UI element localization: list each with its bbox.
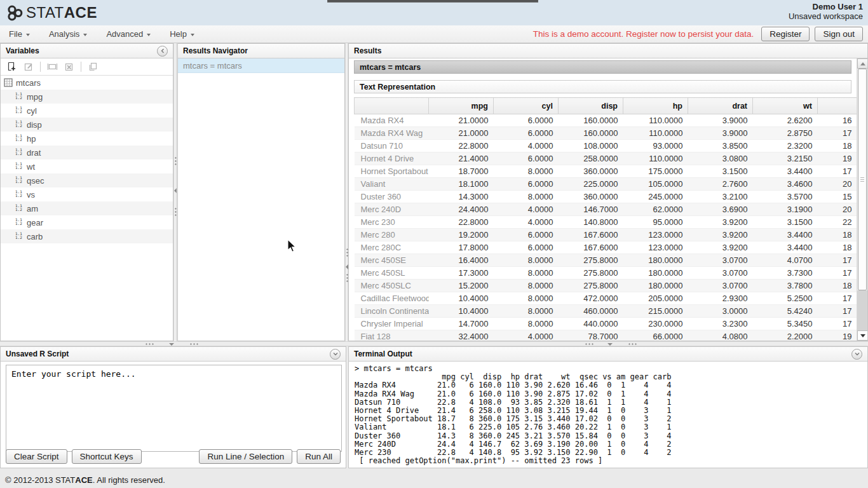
scrollbar-thumb[interactable] — [858, 69, 867, 290]
collapse-panel-button[interactable] — [330, 349, 341, 360]
results-panel: Results mtcars = mtcars Text Representat… — [348, 43, 868, 341]
scroll-up-button[interactable] — [857, 58, 867, 69]
table-row[interactable]: Cadillac Fleetwood 10.4000 8.0000 472.00… — [355, 292, 857, 305]
vertical-splitter[interactable] — [173, 43, 177, 341]
table-row[interactable]: Fiat 128 32.4000 4.0000 78.7000 66.0000 … — [355, 330, 857, 341]
table-row[interactable]: Merc 230 22.8000 4.0000 140.8000 95.0000… — [355, 216, 857, 229]
table-row[interactable]: Mazda RX4 Wag 21.0000 6.0000 160.0000 11… — [355, 127, 857, 140]
wt-cell: 3.1900 — [753, 203, 818, 216]
table-row[interactable]: Hornet 4 Drive 21.4000 6.0000 258.0000 1… — [355, 152, 857, 165]
wt-cell: 2.6200 — [753, 114, 818, 127]
splitter-collapse-arrow-icon[interactable] — [169, 343, 174, 346]
table-row[interactable]: Mazda RX4 21.0000 6.0000 160.0000 110.00… — [355, 114, 857, 127]
dataset-item-mtcars[interactable]: mtcars — [1, 76, 173, 90]
disp-cell: 275.8000 — [559, 254, 623, 267]
table-row[interactable]: Lincoln Continental 10.4000 8.0000 460.0… — [355, 305, 857, 318]
variable-item[interactable]: carb — [1, 229, 173, 243]
table-row[interactable]: Merc 240D 24.4000 4.0000 146.7000 62.000… — [355, 203, 857, 216]
column-header-wt[interactable]: wt — [753, 98, 818, 114]
table-row[interactable]: Duster 360 14.3000 8.0000 360.0000 245.0… — [355, 191, 857, 203]
splitter-collapse-arrow-icon[interactable] — [174, 188, 177, 193]
collapse-panel-button[interactable] — [157, 46, 168, 57]
edit-variable-button[interactable] — [23, 61, 34, 72]
row-name-cell: Merc 450SE — [355, 254, 429, 267]
drat-cell: 3.9200 — [688, 241, 753, 254]
main-menu: File Analysis Advanced Help — [0, 29, 194, 39]
results-navigator-item-selected[interactable]: mtcars = mtcars — [178, 58, 344, 73]
column-header-cyl[interactable]: cyl — [494, 98, 559, 114]
copy-variable-button[interactable] — [87, 61, 98, 72]
variable-item[interactable]: wt — [1, 159, 173, 173]
numeric-variable-icon — [15, 176, 24, 185]
disp-cell: 167.6000 — [559, 229, 623, 241]
variable-item[interactable]: gear — [1, 215, 173, 229]
register-button[interactable]: Register — [761, 27, 810, 41]
hp-cell: 93.0000 — [623, 140, 688, 152]
clear-script-button[interactable]: Clear Script — [6, 449, 67, 464]
scroll-down-button[interactable] — [857, 330, 867, 341]
column-header-disp[interactable]: disp — [559, 98, 623, 114]
terminal-output-body[interactable]: > mtcars = mtcars mpg cyl disp hp drat w… — [349, 362, 867, 468]
variable-item[interactable]: drat — [1, 146, 173, 159]
menu-item[interactable]: Advanced — [106, 29, 151, 39]
table-row[interactable]: Merc 280 19.2000 6.0000 167.6000 123.000… — [355, 229, 857, 241]
signout-button[interactable]: Sign out — [815, 27, 863, 41]
variable-item[interactable]: mpg — [1, 90, 173, 104]
collapse-panel-button[interactable] — [851, 349, 862, 360]
variable-item[interactable]: hp — [1, 132, 173, 146]
splitter-collapse-arrow-icon[interactable] — [607, 343, 613, 346]
variable-item[interactable]: am — [1, 201, 173, 215]
table-row[interactable]: Merc 450SL 17.3000 8.0000 275.8000 180.0… — [355, 267, 857, 280]
horizontal-splitter[interactable] — [0, 341, 868, 346]
table-row[interactable]: Hornet Sportabout 18.7000 8.0000 360.000… — [355, 165, 857, 178]
rename-variable-button[interactable] — [46, 61, 58, 72]
results-vertical-scrollbar[interactable] — [857, 58, 867, 341]
drat-cell: 3.9200 — [688, 229, 753, 241]
table-row[interactable]: Merc 450SE 16.4000 8.0000 275.8000 180.0… — [355, 254, 857, 267]
column-header-partial[interactable] — [818, 98, 857, 114]
cyl-cell: 6.0000 — [494, 178, 559, 191]
numeric-variable-icon — [15, 92, 24, 101]
variable-label: carb — [27, 232, 43, 241]
column-header[interactable] — [355, 98, 429, 114]
variable-item[interactable]: qsec — [1, 173, 173, 187]
variable-item[interactable]: disp — [1, 118, 173, 132]
column-header-mpg[interactable]: mpg — [429, 98, 494, 114]
text-representation-header[interactable]: Text Representation — [354, 80, 851, 93]
wt-cell: 5.3450 — [753, 318, 818, 330]
table-row[interactable]: Chrysler Imperial 14.7000 8.0000 440.000… — [355, 318, 857, 330]
user-name: Demo User 1 — [789, 2, 863, 11]
delete-variable-button[interactable] — [64, 61, 75, 72]
table-row[interactable]: Merc 450SLC 15.2000 8.0000 275.8000 180.… — [355, 280, 857, 292]
wt-cell: 3.4400 — [753, 229, 818, 241]
menu-item[interactable]: File — [9, 29, 30, 39]
table-row[interactable]: Merc 280C 17.8000 6.0000 167.6000 123.00… — [355, 241, 857, 254]
menu-item[interactable]: Help — [170, 29, 194, 39]
cyl-cell: 4.0000 — [494, 216, 559, 229]
menu-item[interactable]: Analysis — [49, 29, 87, 39]
chevron-down-icon — [855, 351, 860, 356]
column-header-drat[interactable]: drat — [688, 98, 753, 114]
table-row[interactable]: Datsun 710 22.8000 4.0000 108.0000 93.00… — [355, 140, 857, 152]
numeric-variable-icon — [15, 218, 24, 227]
copyright-brand-bold: ACE — [75, 475, 92, 485]
run-all-button[interactable]: Run All — [297, 449, 341, 464]
variable-item[interactable]: vs — [1, 187, 173, 201]
cyl-cell: 6.0000 — [494, 152, 559, 165]
scrollbar-track[interactable] — [857, 290, 867, 330]
menu-item-label: Advanced — [106, 29, 143, 39]
qsec-cell-partial: 18 — [818, 280, 857, 292]
column-header-hp[interactable]: hp — [623, 98, 688, 114]
mpg-cell: 18.1000 — [429, 178, 494, 191]
add-dataset-button[interactable] — [6, 61, 17, 72]
result-item-title[interactable]: mtcars = mtcars — [354, 60, 851, 74]
row-name-cell: Chrysler Imperial — [355, 318, 429, 330]
r-script-editor[interactable]: Enter your script here... — [6, 365, 342, 452]
table-row[interactable]: Valiant 18.1000 6.0000 225.0000 105.0000… — [355, 178, 857, 191]
run-line-selection-button[interactable]: Run Line / Selection — [199, 449, 292, 464]
variable-item[interactable]: cyl — [1, 104, 173, 118]
shortcut-keys-button[interactable]: Shortcut Keys — [72, 449, 142, 464]
stat-ace-logo[interactable]: STATACE — [6, 4, 97, 22]
terminal-line: Mazda RX4 21.0 6 160.0 110 3.90 2.620 16… — [355, 381, 862, 390]
disp-cell: 140.8000 — [559, 216, 623, 229]
